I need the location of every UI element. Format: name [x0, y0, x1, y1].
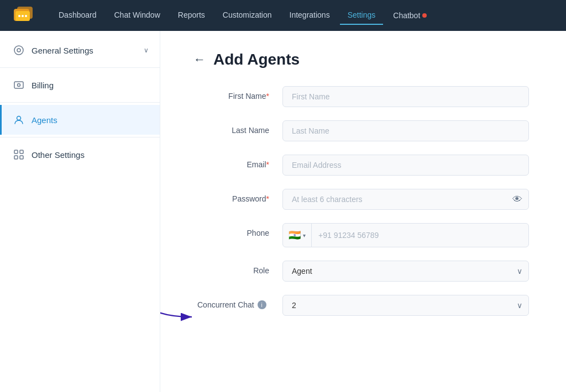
- first-name-label: First Name*: [197, 86, 269, 100]
- app-layout: General Settings ∨ Billing Agents: [0, 31, 566, 392]
- billing-label: Billing: [32, 81, 149, 90]
- email-row: Email*: [197, 155, 529, 176]
- sidebar: General Settings ∨ Billing Agents: [0, 31, 160, 392]
- nav-settings[interactable]: Settings: [340, 6, 384, 25]
- role-select[interactable]: Agent Admin: [282, 261, 529, 282]
- sidebar-item-billing[interactable]: Billing: [0, 70, 160, 100]
- svg-rect-8: [14, 82, 23, 88]
- required-indicator-email: *: [266, 160, 269, 169]
- general-settings-label: General Settings: [32, 46, 137, 55]
- role-row: Role Agent Admin ∨: [197, 261, 529, 282]
- role-label: Role: [197, 261, 269, 275]
- phone-input[interactable]: [312, 225, 528, 245]
- required-indicator: *: [266, 92, 269, 100]
- concurrent-chat-control: 1 2 3 4 5 Unlimited ∨: [282, 295, 529, 316]
- last-name-label: Last Name: [197, 120, 269, 135]
- phone-row: Phone 🇮🇳 ▾: [197, 223, 529, 247]
- svg-point-10: [17, 116, 21, 120]
- first-name-row: First Name*: [197, 86, 529, 107]
- svg-point-9: [18, 84, 20, 87]
- first-name-input[interactable]: [282, 86, 529, 107]
- svg-point-4: [22, 15, 24, 17]
- svg-rect-12: [20, 150, 23, 153]
- first-name-control: [282, 86, 529, 107]
- chatbot-notification-dot: [422, 13, 427, 18]
- sidebar-item-agents[interactable]: Agents: [0, 105, 160, 135]
- chevron-down-icon: ∨: [144, 46, 149, 54]
- email-label: Email*: [197, 155, 269, 169]
- last-name-control: [282, 120, 529, 141]
- svg-rect-13: [14, 156, 18, 159]
- svg-point-3: [18, 15, 20, 17]
- nav-dashboard[interactable]: Dashboard: [51, 6, 104, 25]
- annotation-arrow: [160, 284, 203, 322]
- sidebar-divider-2: [0, 102, 160, 103]
- concurrent-chat-label: Concurrent Chat i: [197, 295, 269, 309]
- svg-point-6: [14, 46, 23, 55]
- role-control: Agent Admin ∨: [282, 261, 529, 282]
- svg-rect-11: [14, 150, 18, 153]
- agents-label: Agents: [32, 115, 149, 125]
- concurrent-chat-row: Concurrent Chat i 1 2 3 4 5 Unlimited ∨: [197, 295, 529, 316]
- password-control: 👁: [282, 189, 529, 210]
- nav-chatbot[interactable]: Chatbot: [385, 6, 434, 25]
- last-name-row: Last Name: [197, 120, 529, 141]
- email-control: [282, 155, 529, 176]
- flag-icon: 🇮🇳: [289, 229, 301, 241]
- agents-icon: [13, 114, 25, 126]
- billing-icon: [13, 79, 25, 91]
- top-navigation: Dashboard Chat Window Reports Customizat…: [0, 0, 566, 31]
- sidebar-divider-3: [0, 137, 160, 137]
- concurrent-chat-select[interactable]: 1 2 3 4 5 Unlimited: [282, 295, 529, 316]
- nav-integrations[interactable]: Integrations: [282, 6, 338, 25]
- phone-country-selector[interactable]: 🇮🇳 ▾: [283, 224, 312, 247]
- svg-point-7: [17, 49, 20, 52]
- main-content: ← Add Agents First Name* Last Name: [160, 31, 566, 392]
- phone-control: 🇮🇳 ▾: [282, 223, 529, 247]
- password-label: Password*: [197, 189, 269, 203]
- logo[interactable]: [11, 4, 38, 27]
- sidebar-divider: [0, 67, 160, 68]
- back-button[interactable]: ←: [193, 52, 206, 67]
- settings-icon: [13, 44, 25, 56]
- phone-dropdown-caret: ▾: [303, 232, 306, 239]
- page-title: Add Agents: [213, 51, 300, 68]
- password-input[interactable]: [282, 189, 529, 210]
- sidebar-item-general-settings[interactable]: General Settings ∨: [0, 35, 160, 65]
- required-indicator-password: *: [266, 194, 269, 203]
- nav-items: Dashboard Chat Window Reports Customizat…: [51, 6, 555, 25]
- other-settings-icon: [13, 149, 25, 161]
- email-input[interactable]: [282, 155, 529, 176]
- svg-rect-14: [20, 156, 23, 159]
- nav-chat-window[interactable]: Chat Window: [107, 6, 168, 25]
- page-header: ← Add Agents: [193, 51, 533, 68]
- phone-label: Phone: [197, 223, 269, 237]
- sidebar-item-other-settings[interactable]: Other Settings: [0, 140, 160, 169]
- other-settings-label: Other Settings: [32, 150, 149, 160]
- add-agent-form: First Name* Last Name Email*: [197, 86, 529, 316]
- nav-customization[interactable]: Customization: [215, 6, 280, 25]
- phone-input-wrapper: 🇮🇳 ▾: [282, 223, 529, 247]
- password-toggle-icon[interactable]: 👁: [512, 194, 522, 205]
- password-row: Password* 👁: [197, 189, 529, 210]
- nav-reports[interactable]: Reports: [170, 6, 213, 25]
- info-icon[interactable]: i: [258, 300, 266, 309]
- last-name-input[interactable]: [282, 120, 529, 141]
- svg-point-5: [25, 15, 27, 17]
